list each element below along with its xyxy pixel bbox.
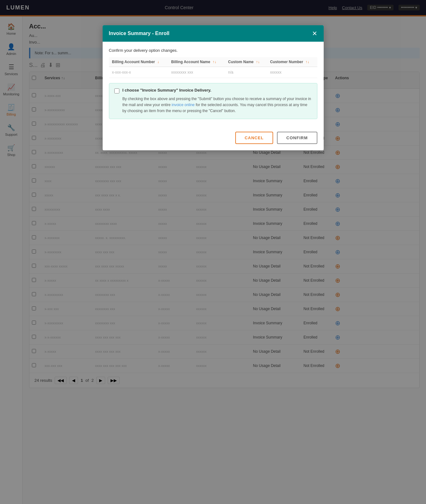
invoice-online-link[interactable]: invoice online <box>172 103 195 107</box>
modal-close-button[interactable]: ✕ <box>312 30 317 37</box>
modal-header-customer-number: Customer Number ↑↓ <box>267 57 317 67</box>
checkbox-section: I choose "Invoice Summary" Invoice Deliv… <box>109 83 317 119</box>
checkbox-label-text: I choose "Invoice Summary" Invoice Deliv… <box>123 88 212 93</box>
modal-subtitle: Confirm your delivery option changes. <box>109 48 317 53</box>
sort-icon-ban: ↓ <box>157 60 159 64</box>
sort-icon-cn: ↑↓ <box>256 60 260 64</box>
modal-table: Billing Account Number ↓ Billing Account… <box>109 57 317 78</box>
confirm-button[interactable]: CONFIRM <box>277 132 317 144</box>
modal-cell-billing-account-number: x-xxx-xxx-x <box>109 67 168 78</box>
modal-header-custom-name: Custom Name ↑↓ <box>225 57 267 67</box>
modal-overlay: Invoice Summary - Enroll ✕ Confirm your … <box>0 0 426 504</box>
modal-table-row: x-xxx-xxx-x xxxxxxxx xxx n/a xxxxxx <box>109 67 317 78</box>
modal-header-billing-account-name: Billing Account Name ↑↓ <box>168 57 225 67</box>
modal-header-billing-account-number: Billing Account Number ↓ <box>109 57 168 67</box>
modal-cell-customer-number: xxxxxx <box>267 67 317 78</box>
modal-table-header-row: Billing Account Number ↓ Billing Account… <box>109 57 317 67</box>
modal-footer: CANCEL CONFIRM <box>103 132 324 150</box>
checkbox-description: By checking the box above and pressing t… <box>114 96 312 114</box>
sort-icon-cnum: ↑↓ <box>305 60 309 64</box>
cancel-button[interactable]: CANCEL <box>235 132 273 144</box>
modal-cell-custom-name: n/a <box>225 67 267 78</box>
modal-body: Confirm your delivery option changes. Bi… <box>103 42 324 132</box>
modal-title: Invoice Summary - Enroll <box>109 31 170 36</box>
invoice-summary-checkbox[interactable] <box>114 88 119 93</box>
sort-icon-ban2: ↑↓ <box>213 60 216 64</box>
modal-cell-billing-account-name: xxxxxxxx xxx <box>168 67 225 78</box>
checkbox-label[interactable]: I choose "Invoice Summary" Invoice Deliv… <box>114 88 312 93</box>
invoice-summary-modal: Invoice Summary - Enroll ✕ Confirm your … <box>103 25 324 150</box>
modal-header: Invoice Summary - Enroll ✕ <box>103 25 324 42</box>
